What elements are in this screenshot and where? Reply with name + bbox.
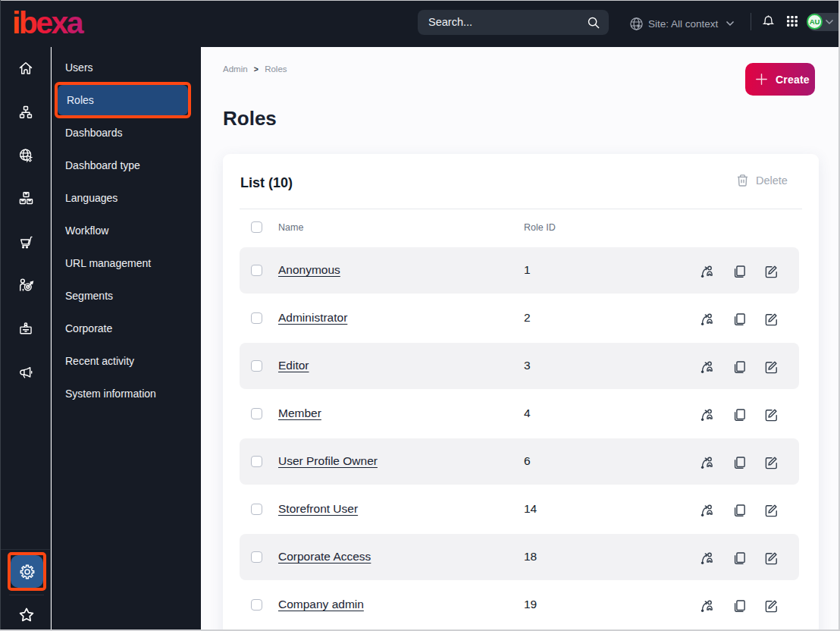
- svg-text:ibexa: ibexa: [13, 6, 85, 36]
